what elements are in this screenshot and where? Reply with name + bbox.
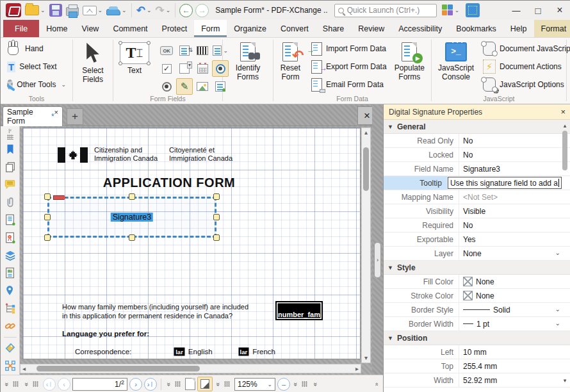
forward-button[interactable]: → [195, 4, 209, 17]
rail-grip[interactable] [7, 135, 13, 140]
select-fields-button[interactable]: Select Fields [76, 40, 110, 87]
single-page-view-button[interactable] [185, 378, 195, 390]
tab-accessibility[interactable]: Accessibility [391, 20, 449, 37]
vertical-scrollbar[interactable]: ▴ ▾ [361, 127, 371, 363]
links-pane-button[interactable] [3, 319, 18, 334]
resize-handle-n[interactable] [129, 193, 135, 200]
scan-button[interactable]: ⌄ [106, 3, 127, 18]
email-button[interactable]: ⌄ [83, 3, 103, 18]
section-position[interactable]: ▼Position [384, 331, 570, 345]
close-panel-icon[interactable]: × [560, 107, 566, 117]
horizontal-scrollbar[interactable]: ◂ ▸ [20, 364, 361, 373]
tab-comment[interactable]: Comment [106, 20, 154, 37]
prop-value[interactable]: 52.92 mm [463, 376, 497, 385]
print-button[interactable] [66, 3, 79, 18]
open-button[interactable]: ⌄ [25, 3, 45, 18]
redo-button[interactable]: ↷⌄ [155, 3, 170, 18]
signatures-pane-button[interactable] [3, 231, 18, 245]
zoom-level-select[interactable]: 125% ⌄ [234, 378, 275, 391]
tooltip-edit-input[interactable]: Use this signature field to add a [448, 177, 562, 189]
collapse-statusbar-button[interactable]: » [373, 380, 380, 388]
selected-signature-field[interactable]: Signature3 [47, 197, 216, 238]
document-actions-button[interactable]: ⚡ Document Actions [479, 58, 570, 76]
prop-row-stroke-color[interactable]: Stroke Color None [384, 289, 570, 303]
export-form-data-button[interactable]: → Export Form Data [307, 58, 391, 76]
scroll-down-icon[interactable]: ▾ [564, 377, 567, 384]
panel-splitter[interactable]: › [372, 104, 383, 392]
scroll-down-icon[interactable]: ▾ [362, 354, 370, 363]
number-family-field[interactable]: number_fam [275, 301, 323, 320]
prop-row-visibility[interactable]: Visibility Visible [384, 204, 570, 218]
section-general[interactable]: ▼General [384, 120, 570, 134]
destinations-pane-button[interactable] [3, 284, 18, 298]
tab-review[interactable]: Review [351, 20, 391, 37]
list-box-button[interactable] [176, 42, 193, 59]
resize-handle-s[interactable] [129, 234, 135, 241]
barcode-field-button[interactable] [194, 42, 211, 59]
tab-organize[interactable]: Organize [227, 20, 273, 37]
page-number-input[interactable]: 1/ 2 [72, 378, 127, 391]
back-button[interactable]: ← [179, 4, 193, 17]
zorder-pane-button[interactable] [3, 359, 18, 373]
prop-value[interactable]: No [463, 136, 473, 145]
prop-row-fill-color[interactable]: Fill Color None [384, 275, 570, 289]
panel-scrollbar[interactable]: ▴ ▾ [561, 122, 569, 384]
prop-value[interactable]: None [463, 249, 482, 258]
prop-value[interactable]: Signature3 [463, 165, 500, 174]
panel-scroll-thumb[interactable] [562, 131, 567, 170]
prop-value[interactable]: Visible [463, 207, 485, 216]
thumbnails-pane-button[interactable] [3, 160, 18, 175]
populate-forms-button[interactable]: ▶ Populate Forms [391, 40, 428, 94]
resize-handle-sw[interactable] [44, 234, 51, 241]
document-tab-sample-form[interactable]: Sample Form * × [3, 106, 63, 126]
horizontal-scroll-thumb[interactable] [37, 366, 200, 372]
pdf-page[interactable]: Citizenship and Immigration Canada Citoy… [22, 127, 361, 359]
prop-row-width[interactable]: Width 52.92 mm [384, 373, 570, 388]
bookmarks-pane-button[interactable] [3, 142, 18, 157]
layers-pane-button[interactable] [3, 249, 18, 263]
expand-more-button[interactable]: » [312, 380, 320, 388]
section-style[interactable]: ▼Style [384, 261, 570, 275]
close-tab-icon[interactable]: × [54, 108, 58, 116]
hand-tool-button[interactable]: Hand [3, 40, 70, 58]
reset-form-button[interactable]: ↶ Reset Form [276, 40, 305, 94]
date-field-button[interactable] [194, 60, 211, 77]
prop-value[interactable]: 10 mm [463, 348, 487, 357]
structure-pane-button[interactable] [3, 301, 18, 316]
scroll-right-icon[interactable]: ▸ [354, 364, 361, 373]
chevron-down-icon[interactable]: ⌄ [555, 306, 560, 313]
prop-row-tooltip[interactable]: Tooltip Use this signature field to add … [384, 176, 570, 190]
prop-value[interactable]: <Not Set> [463, 193, 498, 202]
next-page-button[interactable]: › [129, 378, 142, 391]
resize-handle-e[interactable] [213, 214, 220, 220]
prop-row-top[interactable]: Top 255.4 mm [384, 359, 570, 373]
email-form-data-button[interactable]: Email Form Data [307, 76, 391, 94]
prop-value[interactable]: No [463, 221, 473, 230]
tab-form[interactable]: Form [194, 20, 227, 37]
prop-row-mapping-name[interactable]: Mapping Name <Not Set> [384, 190, 570, 204]
scroll-up-icon[interactable]: ▴ [362, 128, 370, 137]
quick-launch-input[interactable]: Quick Launch (Ctrl+.) [334, 4, 437, 17]
chevron-down-icon[interactable]: ⌄ [555, 320, 560, 327]
prop-row-left[interactable]: Left 10 mm [384, 345, 570, 359]
toolbar-grip[interactable] [224, 381, 230, 387]
tab-share[interactable]: Share [316, 20, 351, 37]
expand-zoom-tools-button[interactable]: » [292, 380, 300, 388]
tab-format[interactable]: Format [534, 20, 570, 37]
prop-row-read-only[interactable]: Read Only No [384, 134, 570, 148]
undo-button[interactable]: ↶⌄ [136, 3, 152, 18]
close-button[interactable]: × [549, 2, 570, 19]
expand-layout-button[interactable]: » [215, 380, 222, 388]
select-text-button[interactable]: T Select Text [3, 58, 70, 76]
collapse-rail-icon[interactable]: |‹ [8, 127, 12, 133]
identify-forms-button[interactable]: Identify Forms [225, 40, 270, 85]
last-page-button[interactable]: ›❘ [144, 378, 157, 391]
scroll-up-icon[interactable]: ▴ [564, 122, 567, 129]
prop-value[interactable]: 1 pt [476, 320, 489, 329]
radio-button-field-button[interactable] [158, 78, 175, 95]
prop-value[interactable]: Solid [493, 306, 510, 314]
english-checkbox-field[interactable]: lar [174, 347, 185, 356]
tab-file[interactable]: File [3, 20, 39, 37]
prop-row-border-width[interactable]: Border Width 1 pt⌄ [384, 317, 570, 331]
new-tab-button[interactable]: + [67, 108, 83, 125]
